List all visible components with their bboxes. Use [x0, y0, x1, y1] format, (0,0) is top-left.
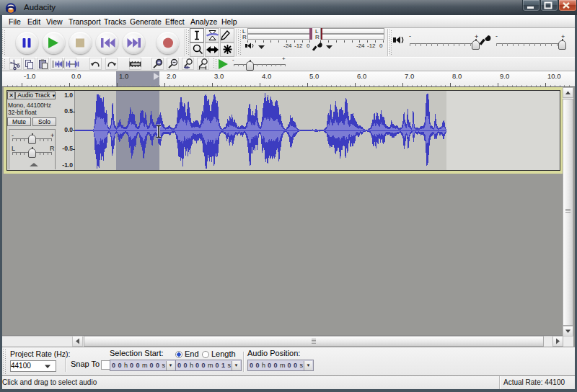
svg-text:-: -: [409, 33, 411, 40]
svg-text:-: -: [495, 33, 498, 40]
